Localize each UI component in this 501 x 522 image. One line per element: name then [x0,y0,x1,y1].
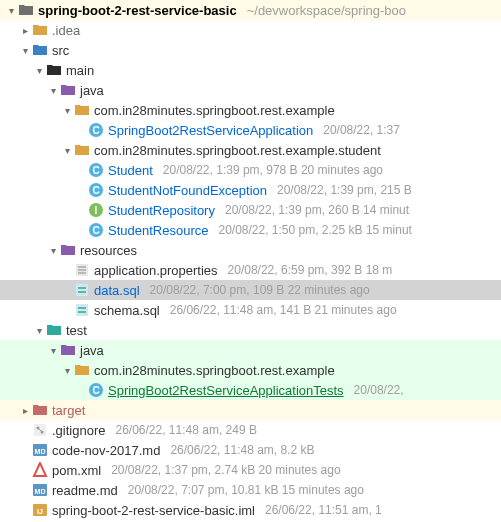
node-meta: 26/06/22, 11:48 am, 249 B [115,423,256,437]
folder-java-main[interactable]: ▾ java [0,80,501,100]
file-schema-sql[interactable]: ▸ schema.sql 26/06/22, 11:48 am, 141 B 2… [0,300,501,320]
class-icon [88,382,104,398]
expand-arrow[interactable]: ▾ [60,105,74,116]
node-label: main [66,63,94,78]
class-student-res[interactable]: ▸ StudentResource 20/08/22, 1:50 pm, 2.2… [0,220,501,240]
folder-target[interactable]: ▸ target [0,400,501,420]
node-meta: 26/06/22, 11:48 am, 8.2 kB [170,443,314,457]
node-meta: 20/08/22, 1:39 pm, 260 B 14 minut [225,203,409,217]
expand-arrow[interactable]: ▸ [18,405,32,416]
node-label: schema.sql [94,303,160,318]
node-label: resources [80,243,137,258]
node-label: src [52,43,69,58]
expand-arrow[interactable]: ▾ [32,65,46,76]
node-label: .idea [52,23,80,38]
class-icon [88,122,104,138]
folder-icon [46,62,62,78]
node-meta: 20/08/22, 1:37 pm, 2.74 kB 20 minutes ag… [111,463,341,477]
folder-java-test[interactable]: ▾ java [0,340,501,360]
package-icon [74,102,90,118]
node-meta: 20/08/22, 7:07 pm, 10.81 kB 15 minutes a… [128,483,364,497]
node-meta: 26/06/22, 11:51 am, 1 [265,503,382,517]
markdown-icon [32,442,48,458]
node-meta: 26/06/22, 11:48 am, 141 B 21 minutes ago [170,303,397,317]
node-meta: 20/08/22, 1:39 pm, 978 B 20 minutes ago [163,163,383,177]
expand-arrow[interactable]: ▾ [32,325,46,336]
node-label: Student [108,163,153,178]
folder-main[interactable]: ▾ main [0,60,501,80]
sql-icon [74,302,90,318]
node-label: java [80,83,104,98]
node-meta: 20/08/22, [354,383,404,397]
node-label: StudentRepository [108,203,215,218]
expand-arrow[interactable]: ▾ [4,5,18,16]
file-app-props[interactable]: ▸ application.properties 20/08/22, 6:59 … [0,260,501,280]
node-label: pom.xml [52,463,101,478]
package-example[interactable]: ▾ com.in28minutes.springboot.rest.exampl… [0,100,501,120]
source-folder-icon [60,82,76,98]
node-label: java [80,343,104,358]
expand-arrow[interactable]: ▾ [46,85,60,96]
markdown-icon [32,482,48,498]
node-label: readme.md [52,483,118,498]
node-label: .gitignore [52,423,105,438]
properties-icon [74,262,90,278]
node-label: com.in28minutes.springboot.rest.example.… [94,143,381,158]
interface-icon [88,202,104,218]
class-icon [88,182,104,198]
class-app-tests[interactable]: ▸ SpringBoot2RestServiceApplicationTests… [0,380,501,400]
package-student[interactable]: ▾ com.in28minutes.springboot.rest.exampl… [0,140,501,160]
file-gitignore[interactable]: ▸ .gitignore 26/06/22, 11:48 am, 249 B [0,420,501,440]
interface-student-repo[interactable]: ▸ StudentRepository 20/08/22, 1:39 pm, 2… [0,200,501,220]
file-pom[interactable]: ▸ pom.xml 20/08/22, 1:37 pm, 2.74 kB 20 … [0,460,501,480]
node-label: data.sql [94,283,140,298]
test-folder-icon [46,322,62,338]
expand-arrow[interactable]: ▾ [60,145,74,156]
excluded-folder-icon [32,402,48,418]
class-student-nfe[interactable]: ▸ StudentNotFoundException 20/08/22, 1:3… [0,180,501,200]
package-test[interactable]: ▾ com.in28minutes.springboot.rest.exampl… [0,360,501,380]
file-code-md[interactable]: ▸ code-nov-2017.md 26/06/22, 11:48 am, 8… [0,440,501,460]
node-label: spring-boot-2-rest-service-basic.iml [52,503,255,518]
node-meta: 20/08/22, 7:00 pm, 109 B 22 minutes ago [150,283,370,297]
file-readme[interactable]: ▸ readme.md 20/08/22, 7:07 pm, 10.81 kB … [0,480,501,500]
folder-src[interactable]: ▾ src [0,40,501,60]
class-icon [88,222,104,238]
expand-arrow[interactable]: ▾ [60,365,74,376]
node-path: ~/devworkspace/spring-boo [247,3,406,18]
node-label: StudentNotFoundException [108,183,267,198]
node-meta: 20/08/22, 1:37 [323,123,400,137]
node-label: SpringBoot2RestServiceApplicationTests [108,383,344,398]
node-label: SpringBoot2RestServiceApplication [108,123,313,138]
project-root[interactable]: ▾ spring-boot-2-rest-service-basic ~/dev… [0,0,501,20]
package-icon [74,362,90,378]
file-iml[interactable]: ▸ spring-boot-2-rest-service-basic.iml 2… [0,500,501,520]
test-source-folder-icon [60,342,76,358]
folder-icon [32,42,48,58]
package-icon [74,142,90,158]
node-label: code-nov-2017.md [52,443,160,458]
folder-idea[interactable]: ▸ .idea [0,20,501,40]
node-label: spring-boot-2-rest-service-basic [38,3,237,18]
expand-arrow[interactable]: ▾ [46,345,60,356]
node-label: target [52,403,85,418]
node-label: com.in28minutes.springboot.rest.example [94,363,335,378]
expand-arrow[interactable]: ▸ [18,25,32,36]
node-meta: 20/08/22, 1:39 pm, 215 B [277,183,412,197]
node-label: test [66,323,87,338]
folder-resources[interactable]: ▾ resources [0,240,501,260]
folder-test[interactable]: ▾ test [0,320,501,340]
node-meta: 20/08/22, 1:50 pm, 2.25 kB 15 minut [218,223,411,237]
class-student[interactable]: ▸ Student 20/08/22, 1:39 pm, 978 B 20 mi… [0,160,501,180]
class-app[interactable]: ▸ SpringBoot2RestServiceApplication 20/0… [0,120,501,140]
folder-icon [18,2,34,18]
folder-icon [32,22,48,38]
expand-arrow[interactable]: ▾ [46,245,60,256]
expand-arrow[interactable]: ▾ [18,45,32,56]
sql-icon [74,282,90,298]
node-label: application.properties [94,263,218,278]
maven-icon [32,462,48,478]
file-data-sql[interactable]: ▸ data.sql 20/08/22, 7:00 pm, 109 B 22 m… [0,280,501,300]
node-label: StudentResource [108,223,208,238]
node-label: com.in28minutes.springboot.rest.example [94,103,335,118]
